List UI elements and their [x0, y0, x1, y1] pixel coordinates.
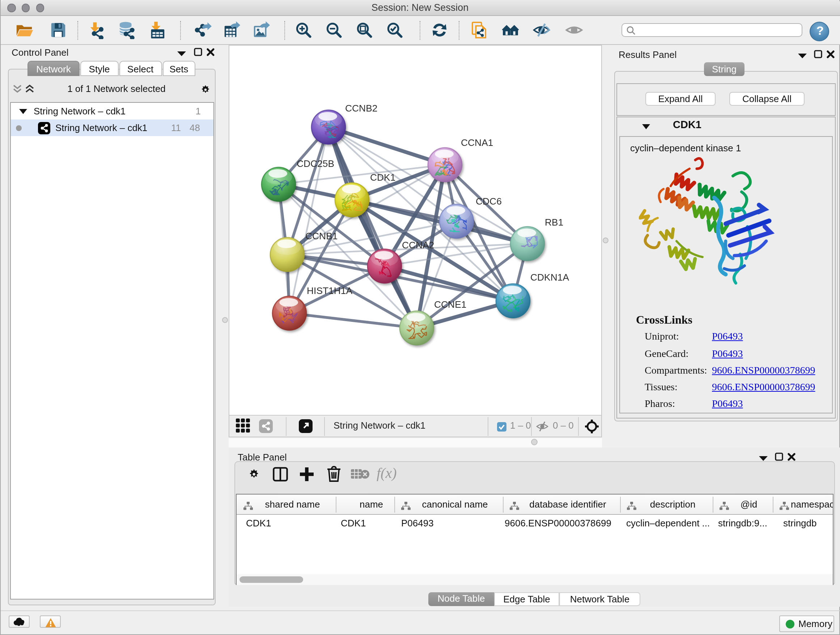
svg-text:CDKN1A: CDKN1A: [531, 272, 569, 283]
svg-text:RB1: RB1: [545, 217, 563, 228]
svg-text:CDC25B: CDC25B: [297, 158, 334, 169]
svg-text:CDC6: CDC6: [476, 196, 502, 207]
svg-text:CCNB1: CCNB1: [305, 231, 338, 241]
svg-text:HIST1H1A: HIST1H1A: [307, 285, 353, 296]
svg-text:CCNE1: CCNE1: [434, 299, 466, 310]
svg-text:CCNA2: CCNA2: [402, 240, 434, 250]
svg-text:CDK1: CDK1: [370, 172, 395, 183]
svg-text:CCNA1: CCNA1: [461, 137, 493, 148]
svg-text:CCNB2: CCNB2: [345, 103, 377, 114]
